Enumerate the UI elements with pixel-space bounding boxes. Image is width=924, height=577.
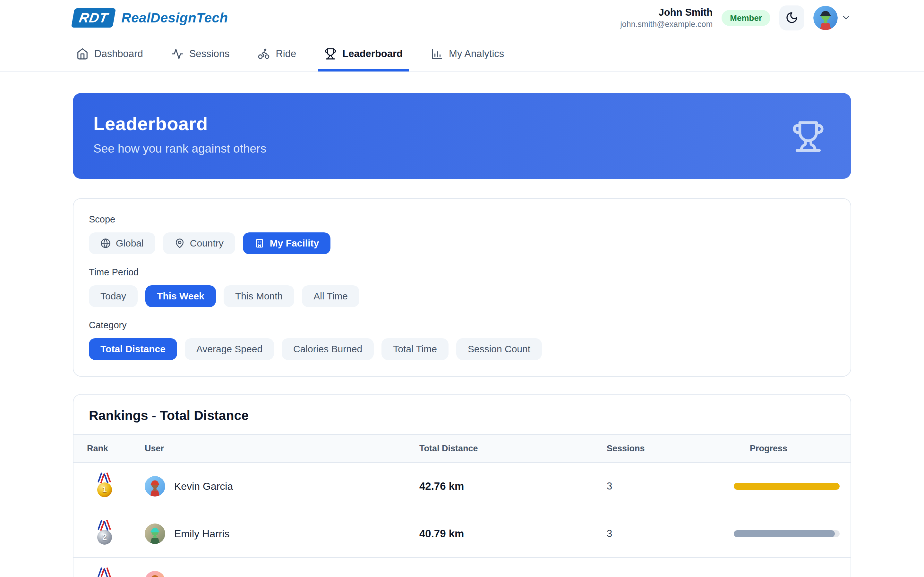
user-name: John Smith xyxy=(620,6,712,19)
tab-dashboard[interactable]: Dashboard xyxy=(75,36,144,71)
progress-cell xyxy=(726,530,840,537)
user-email: john.smith@example.com xyxy=(620,19,712,29)
pin-icon xyxy=(174,238,185,248)
table-row: 2 Emily Harris 40.79 km 3 xyxy=(73,510,851,558)
table-header-row: RankUserTotal DistanceSessionsProgress xyxy=(73,434,851,463)
total-distance-value: 42.76 km xyxy=(415,480,598,492)
member-badge: Member xyxy=(722,10,771,26)
total-distance-value: 36.17 km xyxy=(415,575,598,577)
avatar xyxy=(813,6,838,30)
filter-all-time-button[interactable]: All Time xyxy=(302,285,359,307)
filter-total-distance-button[interactable]: Total Distance xyxy=(89,338,177,360)
tab-leaderboard[interactable]: Leaderboard xyxy=(323,36,404,71)
filter-group-label: Time Period xyxy=(89,267,835,277)
moon-icon xyxy=(785,11,798,25)
silver-medal-icon: 2 xyxy=(96,520,113,545)
user-cell: Chris Chen xyxy=(142,571,415,577)
trophy-icon xyxy=(792,120,825,153)
filter-group: Category Total Distance Average Speed Ca… xyxy=(89,320,835,360)
brand-logo[interactable]: RDT RealDesignTech xyxy=(73,8,228,27)
user-meta: John Smith john.smith@example.com xyxy=(620,6,712,29)
filter-session-count-button[interactable]: Session Count xyxy=(456,338,542,360)
filter-global-button[interactable]: Global xyxy=(89,232,155,254)
tab-sessions[interactable]: Sessions xyxy=(170,36,231,71)
filter-total-time-button[interactable]: Total Time xyxy=(381,338,449,360)
rankings-title: Rankings - Total Distance xyxy=(73,395,851,434)
hero-banner: Leaderboard See how you rank against oth… xyxy=(73,93,851,179)
filter-calories-burned-button[interactable]: Calories Burned xyxy=(282,338,374,360)
building-icon xyxy=(254,238,265,248)
rank-cell: 2 xyxy=(87,520,142,548)
total-distance-value: 40.79 km xyxy=(415,528,598,540)
table-row: 1 Kevin Garcia 42.76 km 3 xyxy=(73,463,851,510)
tab-my-analytics[interactable]: My Analytics xyxy=(430,36,505,71)
avatar xyxy=(145,524,165,544)
globe-icon xyxy=(100,238,111,248)
user-name: Kevin Garcia xyxy=(174,480,233,492)
brand-logo-mark: RDT xyxy=(71,8,116,27)
filters-card: Scope Global Country My Facility Time Pe… xyxy=(73,198,851,377)
avatar xyxy=(145,571,165,577)
progress-cell xyxy=(726,483,840,490)
theme-toggle-button[interactable] xyxy=(779,5,804,31)
rank-cell: 1 xyxy=(87,473,142,500)
column-header-rank: Rank xyxy=(87,444,142,454)
rankings-card: Rankings - Total Distance RankUserTotal … xyxy=(73,394,851,577)
main-nav: Dashboard Sessions Ride Leaderboard My A… xyxy=(0,36,924,72)
avatar xyxy=(145,476,165,496)
table-row: 3 Chris Chen 36.17 km 2 xyxy=(73,558,851,577)
chevron-down-icon xyxy=(841,13,851,24)
filter-this-week-button[interactable]: This Week xyxy=(145,285,216,307)
column-header-progress: Progress xyxy=(726,444,840,454)
user-cell: Kevin Garcia xyxy=(142,476,415,496)
tab-ride[interactable]: Ride xyxy=(256,36,297,71)
chart-icon xyxy=(431,48,443,60)
sessions-value: 2 xyxy=(598,575,726,577)
filter-today-button[interactable]: Today xyxy=(89,285,137,307)
filter-group: Time Period Today This Week This Month A… xyxy=(89,267,835,307)
column-header-sessions: Sessions xyxy=(598,444,726,454)
rank-cell: 3 xyxy=(87,568,142,577)
main-content: Leaderboard See how you rank against oth… xyxy=(73,93,851,577)
progress-bar xyxy=(734,530,840,537)
brand-abbr: RDT xyxy=(78,10,110,26)
page-title: Leaderboard xyxy=(94,113,830,134)
filter-this-month-button[interactable]: This Month xyxy=(224,285,294,307)
filter-group-label: Category xyxy=(89,320,835,330)
sessions-value: 3 xyxy=(598,528,726,540)
sessions-value: 3 xyxy=(598,480,726,492)
app-header: RDT RealDesignTech John Smith john.smith… xyxy=(0,0,924,72)
user-name: Emily Harris xyxy=(174,528,229,540)
column-header-user: User xyxy=(142,444,415,454)
brand-name: RealDesignTech xyxy=(121,10,228,26)
activity-icon xyxy=(171,48,184,60)
user-menu-button[interactable] xyxy=(813,6,851,30)
gold-medal-icon: 1 xyxy=(96,473,113,498)
progress-bar xyxy=(734,483,840,490)
user-cell: Emily Harris xyxy=(142,524,415,544)
filter-average-speed-button[interactable]: Average Speed xyxy=(185,338,274,360)
filter-country-button[interactable]: Country xyxy=(163,232,235,254)
trophy-icon xyxy=(325,48,336,60)
page-subtitle: See how you rank against others xyxy=(94,142,830,155)
filter-my-facility-button[interactable]: My Facility xyxy=(243,232,330,254)
column-header-total-distance: Total Distance xyxy=(415,444,598,454)
filter-group-label: Scope xyxy=(89,214,835,225)
home-icon xyxy=(76,48,89,60)
bike-icon xyxy=(258,48,270,60)
filter-group: Scope Global Country My Facility xyxy=(89,214,835,254)
bronze-medal-icon: 3 xyxy=(96,568,113,577)
user-name: Chris Chen xyxy=(174,575,226,577)
